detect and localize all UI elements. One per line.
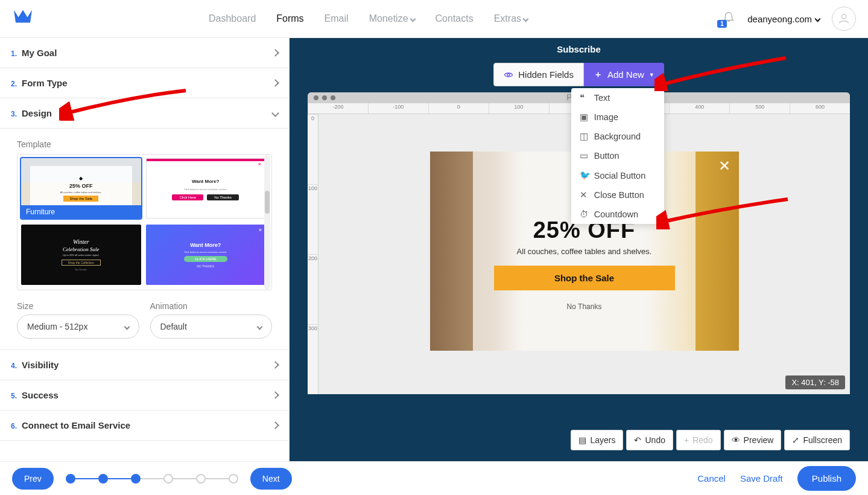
- chevron-right-icon: [271, 421, 279, 429]
- notifications-button[interactable]: 1: [722, 11, 735, 27]
- popup-no-thanks-link[interactable]: No Thanks: [567, 302, 602, 311]
- chevron-down-icon: [815, 16, 821, 22]
- drop-item-image[interactable]: ▣Image: [571, 107, 664, 127]
- drop-item-button[interactable]: ▭Button: [571, 146, 664, 165]
- nav-email[interactable]: Email: [325, 13, 349, 24]
- template-furniture[interactable]: ◆ 25% OFF All couches, coffee tables and…: [21, 158, 141, 219]
- template-scrollbar[interactable]: [264, 155, 270, 290]
- layers-icon: ▤: [578, 435, 586, 445]
- popup-cta-button[interactable]: Shop the Sale: [494, 266, 675, 290]
- chevron-right-icon: [271, 361, 279, 369]
- next-button[interactable]: Next: [250, 468, 292, 490]
- popup-subtitle: All couches, coffee tables and shelves.: [517, 247, 652, 256]
- animation-label: Animation: [150, 301, 273, 311]
- nav-contacts[interactable]: Contacts: [436, 13, 474, 24]
- drop-item-close[interactable]: ✕Close Button: [571, 185, 664, 205]
- editor-title: Subscribe: [290, 38, 868, 63]
- caret-down-icon: ▼: [649, 72, 654, 78]
- nav-monetize[interactable]: Monetize: [369, 13, 415, 24]
- template-want-more-pink[interactable]: Want More? Click below to access exclusi…: [146, 158, 266, 219]
- person-icon: [837, 12, 851, 25]
- step-visibility[interactable]: 4. Visibility: [0, 350, 289, 380]
- add-new-button[interactable]: ＋ Add New ▼: [584, 63, 664, 86]
- undo-icon: ↶: [634, 435, 641, 445]
- chevron-right-icon: [271, 79, 279, 87]
- step-progress: [66, 474, 238, 484]
- popup-close-button[interactable]: ✕: [718, 158, 730, 174]
- step-dot-2[interactable]: [98, 474, 108, 484]
- quote-icon: ❝: [580, 93, 588, 103]
- size-select[interactable]: Medium - 512px: [17, 315, 139, 339]
- drop-item-social[interactable]: 🐦Social Button: [571, 165, 664, 185]
- chevron-down-icon: [271, 109, 279, 117]
- logo-crown-icon[interactable]: [12, 8, 34, 30]
- drop-item-background[interactable]: ◫Background: [571, 127, 664, 146]
- svg-point-1: [507, 74, 510, 76]
- chevron-right-icon: [271, 391, 279, 399]
- nav-dashboard[interactable]: Dashboard: [209, 13, 256, 24]
- fullscreen-icon: ⤢: [792, 435, 799, 445]
- size-label: Size: [17, 301, 139, 311]
- step-success[interactable]: 5. Success: [0, 380, 289, 410]
- redo-button[interactable]: +Redo: [676, 430, 721, 450]
- chevron-down-icon: [523, 16, 529, 22]
- chevron-down-icon: [410, 16, 416, 22]
- step-dot-3[interactable]: [131, 474, 141, 484]
- notification-count-badge: 1: [717, 20, 727, 28]
- account-dropdown[interactable]: deanyeong.com: [747, 14, 820, 24]
- fullscreen-button[interactable]: ⤢Fullscreen: [784, 430, 850, 450]
- eye-icon: 👁: [732, 435, 740, 445]
- chevron-down-icon: [257, 324, 263, 330]
- drop-item-text[interactable]: ❝Text: [571, 88, 664, 107]
- chevron-right-icon: [271, 49, 279, 57]
- hidden-fields-button[interactable]: Hidden Fields: [493, 63, 584, 86]
- step-dot-4[interactable]: [163, 474, 173, 484]
- step-design[interactable]: 3. Design: [0, 98, 289, 129]
- svg-point-0: [841, 14, 846, 19]
- chevron-down-icon: [124, 324, 130, 330]
- cancel-link[interactable]: Cancel: [697, 473, 726, 484]
- image-icon: ▣: [580, 112, 588, 122]
- eye-icon: [504, 70, 513, 80]
- template-winter[interactable]: Winter Celebration Sale Up to 50% off se…: [21, 225, 141, 285]
- ruler-vertical: 0 100 200 300: [308, 114, 318, 394]
- template-label: Template: [17, 139, 272, 149]
- add-new-dropdown: ❝Text ▣Image ◫Background ▭Button 🐦Social…: [571, 88, 664, 224]
- step-my-goal[interactable]: 1. My Goal: [0, 38, 289, 68]
- close-icon: ✕: [580, 190, 588, 200]
- step-dot-5[interactable]: [196, 474, 206, 484]
- background-icon: ◫: [580, 132, 588, 141]
- step-dot-6[interactable]: [229, 474, 238, 484]
- save-draft-link[interactable]: Save Draft: [740, 473, 783, 484]
- publish-button[interactable]: Publish: [797, 466, 856, 491]
- undo-button[interactable]: ↶Undo: [626, 430, 673, 450]
- avatar[interactable]: [832, 7, 856, 31]
- cursor-coordinates: X: 401, Y: -58: [785, 375, 845, 389]
- prev-button[interactable]: Prev: [12, 468, 54, 490]
- clock-icon: ⏱: [580, 209, 588, 219]
- nav-extras[interactable]: Extras: [494, 13, 528, 24]
- twitter-icon: 🐦: [580, 170, 588, 180]
- plus-icon: ＋: [594, 69, 603, 80]
- step-form-type[interactable]: 2. Form Type: [0, 68, 289, 98]
- step-connect-email[interactable]: 6. Connect to Email Service: [0, 410, 289, 441]
- account-name: deanyeong.com: [747, 14, 812, 24]
- template-want-more-purple[interactable]: Want More? Click below to access exclusi…: [146, 225, 266, 285]
- redo-icon: +: [684, 435, 689, 445]
- button-icon: ▭: [580, 151, 588, 161]
- template-caption: Furniture: [21, 205, 141, 219]
- preview-button[interactable]: 👁Preview: [724, 430, 782, 450]
- animation-select[interactable]: Default: [150, 315, 273, 339]
- drop-item-countdown[interactable]: ⏱Countdown: [571, 205, 664, 224]
- template-gallery: ◆ 25% OFF All couches, coffee tables and…: [17, 154, 272, 290]
- step-dot-1[interactable]: [66, 474, 75, 484]
- layers-button[interactable]: ▤Layers: [571, 430, 623, 450]
- nav-forms[interactable]: Forms: [276, 13, 303, 24]
